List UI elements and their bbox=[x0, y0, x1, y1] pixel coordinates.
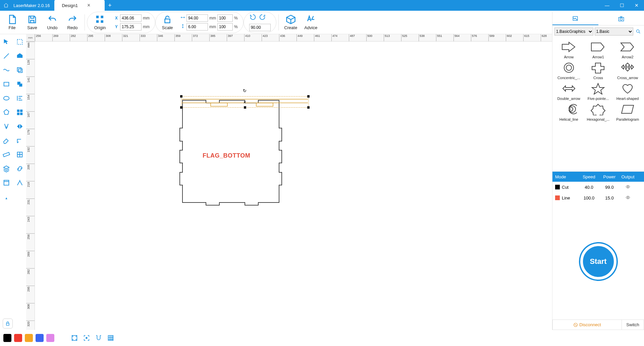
grid-icon[interactable] bbox=[106, 333, 115, 343]
edit-path-tool[interactable] bbox=[16, 137, 23, 144]
y-input[interactable] bbox=[120, 23, 142, 31]
shape-item[interactable]: Arrow bbox=[554, 39, 583, 59]
color-swatch[interactable] bbox=[14, 334, 22, 342]
shape-item[interactable]: Heart-shaped bbox=[613, 80, 642, 101]
rotate-handle-icon[interactable]: ↻ bbox=[243, 88, 247, 93]
link-tool[interactable] bbox=[16, 165, 23, 172]
advice-button[interactable]: Advice bbox=[301, 12, 321, 33]
select-tool[interactable] bbox=[3, 38, 10, 46]
rectangle-tool[interactable] bbox=[3, 80, 10, 88]
svg-point-25 bbox=[566, 65, 572, 70]
svg-rect-1 bbox=[101, 16, 104, 18]
snap-icon[interactable] bbox=[94, 333, 103, 343]
svg-rect-12 bbox=[17, 113, 19, 115]
search-icon[interactable] bbox=[635, 28, 642, 35]
canvas-text-label[interactable]: FLAG_BOTTOM bbox=[203, 152, 250, 159]
crop-tool[interactable] bbox=[3, 179, 10, 186]
visibility-icon[interactable] bbox=[625, 184, 631, 190]
svg-rect-17 bbox=[6, 323, 9, 325]
switch-button[interactable]: Switch bbox=[622, 320, 644, 330]
new-tab-button[interactable]: + bbox=[105, 2, 115, 9]
shape-item[interactable]: Helical_line bbox=[554, 101, 583, 121]
vectorize-tool[interactable] bbox=[16, 179, 23, 186]
center-view-icon[interactable] bbox=[82, 333, 91, 343]
ellipse-tool[interactable] bbox=[3, 95, 10, 102]
save-button[interactable]: Save bbox=[22, 12, 42, 33]
canvas[interactable]: ↻ ✕ FLAG_BOTTOM bbox=[35, 42, 552, 330]
laser-tool[interactable] bbox=[3, 193, 10, 200]
library-category-select[interactable]: 1.BasicGraphics bbox=[554, 27, 593, 36]
shape-item[interactable]: Five-pointe... bbox=[584, 80, 613, 101]
rotate-ccw-icon[interactable] bbox=[249, 13, 257, 22]
width-icon bbox=[180, 15, 185, 21]
origin-button[interactable]: Origin bbox=[91, 12, 109, 33]
shape-fill-tool[interactable] bbox=[16, 52, 23, 60]
fit-view-icon[interactable] bbox=[70, 333, 79, 343]
svg-rect-13 bbox=[20, 113, 22, 115]
tab-library[interactable] bbox=[552, 12, 598, 25]
shape-item[interactable]: Hexagonal_... bbox=[584, 101, 613, 121]
polygon-tool[interactable] bbox=[3, 109, 10, 116]
right-panel: 1.BasicGraphics 1.Basic ArrowArrow1Arrow… bbox=[552, 12, 644, 330]
tab-camera[interactable] bbox=[598, 12, 644, 25]
maximize-button[interactable]: ☐ bbox=[614, 0, 629, 11]
align-tool[interactable] bbox=[16, 95, 23, 102]
color-swatch[interactable] bbox=[3, 334, 11, 342]
shape-item[interactable]: Arrow2 bbox=[613, 39, 642, 59]
scale-lock-button[interactable]: Scale bbox=[159, 12, 176, 33]
library-subcategory-select[interactable]: 1.Basic bbox=[595, 27, 634, 36]
minimize-button[interactable]: — bbox=[600, 0, 614, 11]
eraser-tool[interactable] bbox=[3, 137, 10, 144]
layer-row[interactable]: Line100.015.0 bbox=[552, 192, 644, 203]
group-origin-pos: Origin X mm Y mm bbox=[87, 12, 155, 33]
shape-item[interactable]: Arrow1 bbox=[584, 39, 613, 59]
canvas-lock-button[interactable] bbox=[3, 319, 13, 329]
x-input[interactable] bbox=[120, 14, 142, 22]
svg-rect-2 bbox=[96, 20, 99, 23]
line-tool[interactable] bbox=[3, 52, 10, 60]
layers-tool[interactable] bbox=[3, 165, 10, 172]
width-input[interactable] bbox=[186, 14, 208, 22]
shape-item[interactable]: Concentric_... bbox=[554, 60, 583, 80]
color-swatch[interactable] bbox=[25, 334, 33, 342]
ruler-tool[interactable] bbox=[3, 151, 10, 158]
close-button[interactable]: ✕ bbox=[629, 0, 644, 11]
svg-point-30 bbox=[86, 337, 87, 339]
svg-rect-10 bbox=[17, 110, 19, 112]
height-input[interactable] bbox=[186, 23, 208, 31]
shape-item[interactable]: Cross bbox=[584, 60, 613, 80]
redo-button[interactable]: Redo bbox=[62, 12, 83, 33]
text-tool[interactable] bbox=[3, 123, 10, 130]
rotation-input[interactable] bbox=[249, 24, 271, 31]
home-button[interactable] bbox=[0, 0, 12, 11]
shape-item[interactable]: Double_arrow bbox=[554, 80, 583, 101]
undo-button[interactable]: Undo bbox=[42, 12, 62, 33]
color-swatch[interactable] bbox=[46, 334, 54, 342]
marquee-tool[interactable] bbox=[16, 38, 23, 46]
selection-group[interactable]: ↻ ✕ bbox=[181, 96, 309, 108]
start-button[interactable]: Start bbox=[580, 243, 616, 280]
shape-item[interactable]: Parallelogram bbox=[613, 101, 642, 121]
array-tool[interactable] bbox=[16, 151, 23, 158]
visibility-icon[interactable] bbox=[625, 195, 631, 201]
height-pct-input[interactable] bbox=[217, 23, 233, 31]
svg-point-9 bbox=[4, 97, 9, 100]
titlebar: LaserMaker 2.0.16 Design1 × + — ☐ ✕ bbox=[0, 0, 644, 11]
duplicate-tool[interactable] bbox=[16, 66, 23, 74]
width-pct-input[interactable] bbox=[217, 14, 233, 22]
document-tab[interactable]: Design1 × bbox=[54, 0, 105, 11]
create-button[interactable]: Create bbox=[281, 12, 301, 33]
svg-rect-5 bbox=[17, 40, 22, 45]
layer-row[interactable]: Cut40.099.0 bbox=[552, 182, 644, 192]
file-button[interactable]: File bbox=[2, 12, 22, 33]
mirror-tool[interactable] bbox=[16, 123, 23, 130]
curve-tool[interactable] bbox=[3, 66, 10, 74]
rotate-cw-icon[interactable] bbox=[259, 13, 266, 22]
tab-close-icon[interactable]: × bbox=[87, 2, 90, 8]
grid-tool[interactable] bbox=[16, 109, 23, 116]
layer-table: Mode Speed Power Output Cut40.099.0Line1… bbox=[552, 172, 644, 203]
color-swatch[interactable] bbox=[36, 334, 44, 342]
union-tool[interactable] bbox=[16, 80, 23, 88]
shape-item[interactable]: Cross_arrow bbox=[613, 60, 642, 80]
disconnect-button[interactable]: Disconnect bbox=[552, 320, 622, 330]
